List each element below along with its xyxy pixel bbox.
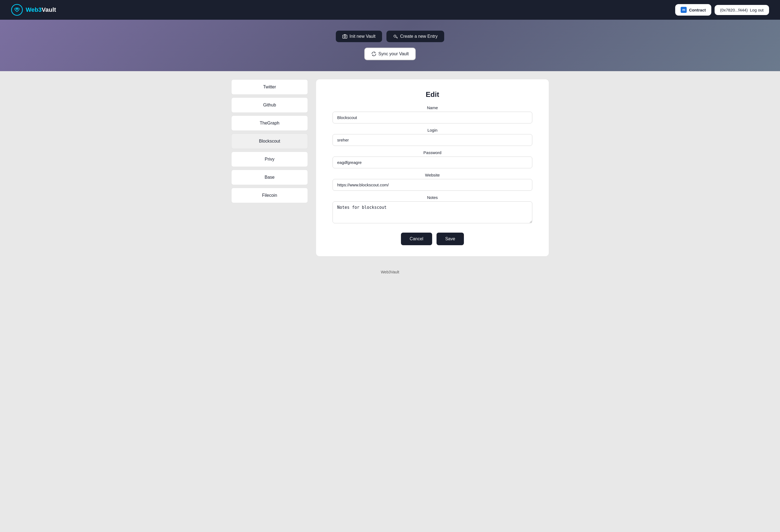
notes-textarea[interactable] bbox=[333, 201, 532, 223]
contract-button[interactable]: m Contract bbox=[675, 4, 711, 15]
hero-section: Init new Vault Create a new Entry Sync y… bbox=[0, 20, 780, 71]
name-label: Name bbox=[333, 105, 532, 110]
entry-item-github[interactable]: Github bbox=[231, 97, 308, 113]
create-entry-label: Create a new Entry bbox=[400, 34, 438, 39]
entry-item-base[interactable]: Base bbox=[231, 170, 308, 185]
header: Web3Vault m Contract (0x7820...f444) Log… bbox=[0, 0, 780, 20]
login-group: Login bbox=[333, 128, 532, 146]
edit-panel: Edit Name Login Password Website Notes C… bbox=[316, 79, 549, 256]
main-content: Twitter Github TheGraph Blockscout Privy… bbox=[226, 71, 554, 264]
entry-list: Twitter Github TheGraph Blockscout Privy… bbox=[231, 79, 308, 256]
footer: Web3Vault bbox=[0, 264, 780, 280]
notes-group: Notes bbox=[333, 195, 532, 225]
header-right: m Contract (0x7820...f444) Log out bbox=[675, 4, 769, 15]
cancel-button[interactable]: Cancel bbox=[401, 233, 432, 245]
entry-item-thegraph[interactable]: TheGraph bbox=[231, 115, 308, 131]
website-input[interactable] bbox=[333, 179, 532, 191]
notes-label: Notes bbox=[333, 195, 532, 200]
contract-label: Contract bbox=[689, 8, 706, 12]
logo-area: Web3Vault bbox=[11, 4, 56, 16]
password-group: Password bbox=[333, 150, 532, 168]
entry-item-filecoin[interactable]: Filecoin bbox=[231, 188, 308, 203]
login-label: Login bbox=[333, 128, 532, 133]
edit-title: Edit bbox=[333, 90, 532, 99]
logout-label: Log out bbox=[750, 8, 764, 12]
svg-rect-2 bbox=[343, 35, 347, 38]
init-vault-label: Init new Vault bbox=[349, 34, 376, 39]
wallet-address: (0x7820...f444) bbox=[720, 8, 748, 12]
logo-icon bbox=[11, 4, 23, 16]
logo-text: Web3Vault bbox=[26, 6, 56, 13]
sync-vault-button[interactable]: Sync your Vault bbox=[364, 48, 416, 60]
create-entry-button[interactable]: Create a new Entry bbox=[386, 31, 444, 42]
contract-icon: m bbox=[681, 7, 687, 13]
sync-icon bbox=[372, 51, 376, 56]
website-label: Website bbox=[333, 173, 532, 177]
entry-item-blockscout[interactable]: Blockscout bbox=[231, 134, 308, 149]
footer-text: Web3Vault bbox=[381, 270, 399, 274]
website-group: Website bbox=[333, 173, 532, 191]
svg-point-3 bbox=[344, 36, 346, 38]
entry-item-privy[interactable]: Privy bbox=[231, 152, 308, 167]
sync-vault-label: Sync your Vault bbox=[379, 51, 409, 56]
name-input[interactable] bbox=[333, 112, 532, 124]
entry-item-twitter[interactable]: Twitter bbox=[231, 79, 308, 95]
init-vault-button[interactable]: Init new Vault bbox=[336, 31, 382, 42]
save-button[interactable]: Save bbox=[437, 233, 464, 245]
login-input[interactable] bbox=[333, 134, 532, 146]
hero-buttons: Init new Vault Create a new Entry bbox=[336, 31, 444, 42]
name-group: Name bbox=[333, 105, 532, 124]
camera-icon bbox=[342, 34, 347, 39]
password-label: Password bbox=[333, 150, 532, 155]
form-actions: Cancel Save bbox=[333, 233, 532, 245]
svg-point-1 bbox=[16, 8, 18, 10]
wallet-button[interactable]: (0x7820...f444) Log out bbox=[715, 5, 769, 15]
password-input[interactable] bbox=[333, 156, 532, 168]
key-icon bbox=[393, 34, 398, 39]
